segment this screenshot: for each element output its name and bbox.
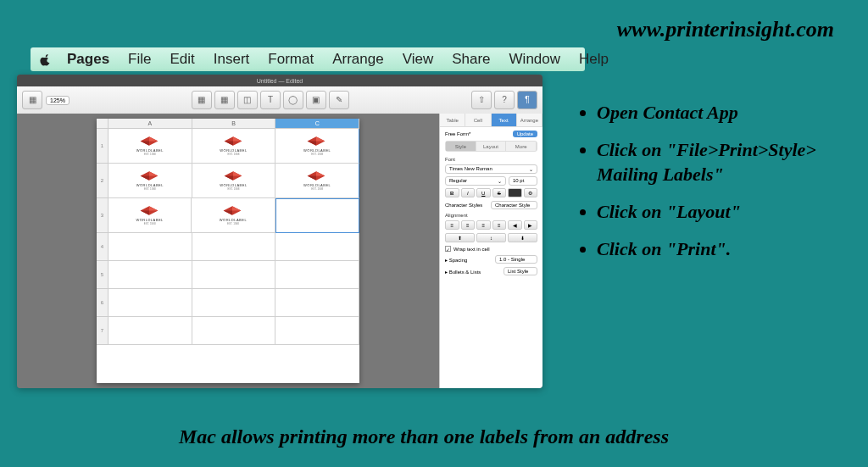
col-header-b[interactable]: B [192, 119, 276, 129]
bullets-select[interactable]: List Style [504, 267, 537, 275]
comment-button[interactable]: ✎ [329, 91, 349, 109]
color-button[interactable] [508, 188, 522, 197]
font-family-select[interactable]: Times New Roman⌄ [445, 164, 537, 174]
spacing-select[interactable]: 1.0 - Single [495, 255, 537, 264]
cell-a3[interactable]: WORLDLABELEST. 1998 [108, 198, 192, 233]
update-button[interactable]: Update [513, 131, 537, 137]
italic-button[interactable]: I [461, 188, 476, 197]
cell-a2[interactable]: WORLDLABELEST. 1998 [108, 164, 192, 198]
outdent-button[interactable]: ◀ [508, 220, 522, 230]
strike-button[interactable]: S [492, 188, 507, 197]
menu-view[interactable]: View [393, 51, 443, 68]
row-number[interactable]: 7 [97, 317, 108, 345]
seg-layout[interactable]: Layout [476, 142, 507, 151]
menu-file[interactable]: File [119, 51, 160, 68]
cell-c6[interactable] [275, 289, 359, 317]
char-styles-select[interactable]: Character Style [491, 201, 537, 209]
cell-b5[interactable] [192, 261, 276, 289]
cell-c2[interactable]: WORLDLABELEST. 1998 [275, 164, 359, 198]
insert-button[interactable]: ▦ [192, 91, 212, 109]
table-button[interactable]: ▦ [214, 91, 235, 109]
zoom-control[interactable]: 125% [46, 96, 70, 105]
svg-marker-11 [140, 176, 148, 181]
bold-button[interactable]: B [445, 188, 459, 197]
cell-a7[interactable] [108, 317, 192, 345]
wrap-checkbox-row[interactable]: Wrap text in cell [445, 246, 537, 252]
underline-button[interactable]: U [476, 188, 491, 197]
valign-top-button[interactable]: ⬆ [445, 233, 475, 242]
svg-marker-4 [233, 136, 242, 141]
row-number[interactable]: 6 [97, 289, 108, 317]
cell-c7[interactable] [275, 317, 359, 345]
menu-arrange[interactable]: Arrange [323, 51, 392, 68]
tab-cell[interactable]: Cell [465, 114, 491, 126]
menu-edit[interactable]: Edit [161, 51, 204, 68]
menu-help[interactable]: Help [570, 51, 618, 68]
col-header-a[interactable]: A [108, 119, 192, 129]
text-button[interactable]: T [260, 91, 281, 109]
row-number[interactable]: 4 [97, 233, 108, 261]
menu-app-name[interactable]: Pages [58, 51, 119, 68]
window-title: Untitled — Edited [257, 78, 303, 84]
chart-button[interactable]: ◫ [237, 91, 258, 109]
tab-arrange[interactable]: Arrange [517, 114, 542, 126]
align-justify-button[interactable]: ≡ [492, 220, 507, 230]
row-number[interactable]: 2 [97, 164, 108, 198]
worldlabel-logo-icon [138, 205, 162, 217]
inspector-seg-tabs: Style Layout More [445, 141, 537, 152]
sheet: A B C 1 WORLDLABELEST. 1998 WORLDLABELES… [97, 119, 359, 383]
table-row: 3 WORLDLABELEST. 1998 WORLDLABELEST. 199… [97, 198, 359, 233]
cell-b7[interactable] [192, 317, 276, 345]
wrap-checkbox[interactable] [445, 246, 451, 252]
row-number[interactable]: 5 [97, 261, 108, 289]
gear-button[interactable]: ⚙ [524, 188, 538, 197]
seg-more[interactable]: More [506, 142, 537, 151]
text-style-buttons: B I U S ⚙ [445, 188, 537, 197]
menu-window[interactable]: Window [500, 51, 570, 68]
svg-marker-13 [233, 171, 242, 175]
font-size-input[interactable]: 10 pt [509, 176, 537, 186]
column-headers: A B C [97, 119, 359, 129]
format-button[interactable]: ¶ [517, 91, 537, 109]
cell-b4[interactable] [192, 233, 276, 261]
valign-middle-button[interactable]: ↕ [476, 233, 506, 242]
shape-button[interactable]: ◯ [283, 91, 303, 109]
valign-bottom-button[interactable]: ⬇ [508, 233, 537, 242]
worldlabel-logo-icon [305, 136, 329, 147]
svg-marker-8 [308, 142, 316, 146]
corner-cell[interactable] [97, 119, 108, 129]
cell-b6[interactable] [192, 289, 276, 317]
row-number[interactable]: 3 [97, 198, 108, 233]
col-header-c[interactable]: C [275, 119, 359, 129]
view-button[interactable]: ▦ [22, 91, 42, 109]
cell-a6[interactable] [108, 289, 192, 317]
char-styles-label: Character Styles [445, 203, 482, 208]
tab-text[interactable]: Text [492, 114, 517, 126]
cell-c5[interactable] [275, 261, 359, 289]
cell-b3[interactable]: WORLDLABELEST. 1998 [192, 198, 275, 233]
cell-c3[interactable] [275, 198, 359, 233]
cell-b1[interactable]: WORLDLABELEST. 1998 [192, 129, 276, 164]
align-left-button[interactable]: ≡ [445, 220, 459, 230]
cell-b2[interactable]: WORLDLABELEST. 1998 [192, 164, 276, 198]
cell-a1[interactable]: WORLDLABELEST. 1998 [108, 129, 192, 164]
indent-button[interactable]: ▶ [524, 220, 538, 230]
cell-c4[interactable] [275, 233, 359, 261]
media-button[interactable]: ▣ [306, 91, 326, 109]
seg-style[interactable]: Style [446, 142, 476, 151]
tips-button[interactable]: ? [494, 91, 515, 109]
spreadsheet-canvas[interactable]: A B C 1 WORLDLABELEST. 1998 WORLDLABELES… [17, 114, 439, 388]
align-center-button[interactable]: ≡ [461, 220, 476, 230]
font-style-select[interactable]: Regular⌄ [445, 176, 506, 186]
menu-format[interactable]: Format [259, 51, 323, 68]
apple-logo-icon[interactable] [39, 51, 53, 68]
share-button[interactable]: ⇧ [471, 91, 492, 109]
align-right-button[interactable]: ≡ [476, 220, 491, 230]
cell-a4[interactable] [108, 233, 192, 261]
menu-share[interactable]: Share [442, 51, 499, 68]
row-number[interactable]: 1 [97, 129, 108, 164]
cell-c1[interactable]: WORLDLABELEST. 1998 [275, 129, 359, 164]
menu-insert[interactable]: Insert [204, 51, 259, 68]
cell-a5[interactable] [108, 261, 192, 289]
tab-table[interactable]: Table [440, 114, 465, 126]
